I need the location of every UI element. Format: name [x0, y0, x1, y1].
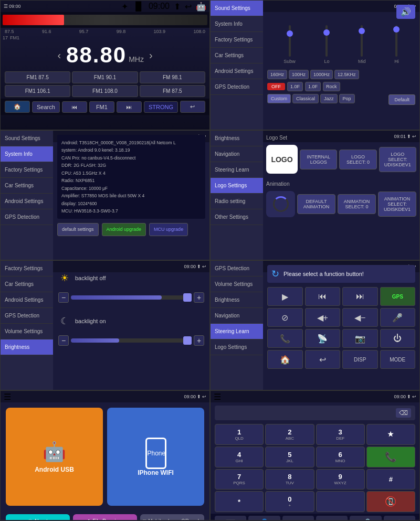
dial-9[interactable]: 9 WXYZ: [316, 469, 365, 490]
dial-3[interactable]: 3 DEF: [316, 424, 365, 445]
dial-nav-settings[interactable]: ⚙: [384, 516, 415, 520]
steer-play[interactable]: ▶: [267, 287, 303, 306]
default-animation-btn[interactable]: DEFAULT ANIMATION: [297, 194, 335, 214]
freq-160hz[interactable]: 160Hz: [267, 70, 287, 79]
gain-1f[interactable]: 1.0F: [287, 82, 303, 91]
st-gps[interactable]: GPS Detection: [211, 261, 263, 277]
bright-on-minus[interactable]: −: [58, 335, 69, 346]
gain-rock[interactable]: Rock: [323, 82, 340, 91]
si-factory[interactable]: Factory Settings: [1, 162, 53, 178]
si-sysinfo[interactable]: System Info: [1, 146, 53, 162]
st-bright[interactable]: Brightness: [211, 292, 263, 308]
eq-subw-track[interactable]: [289, 25, 291, 57]
dial-nav-back[interactable]: ↩: [282, 516, 314, 520]
home-btn[interactable]: 🏠: [5, 101, 30, 113]
anim-select-0[interactable]: ANIMATION SELECT: 0: [338, 194, 376, 214]
steer-cam[interactable]: 📷: [342, 329, 378, 348]
default-settings-btn[interactable]: default settings: [57, 223, 99, 236]
up-p7[interactable]: ⬆: [197, 394, 201, 399]
file-receiver-btn[interactable]: ⬆ File Receiver: [73, 514, 137, 520]
dial-4[interactable]: 4 GHI: [215, 446, 264, 467]
dial-5[interactable]: 5 JKL: [265, 446, 314, 467]
preset-1[interactable]: FM1 87.5: [5, 71, 70, 83]
gain-off[interactable]: OFF: [267, 83, 285, 90]
ls-nav[interactable]: Navigation: [211, 146, 263, 162]
preset-5[interactable]: FM1 108.0: [72, 85, 138, 97]
dial-0[interactable]: 0 +: [265, 491, 314, 512]
dial-nav-link[interactable]: 🔗: [350, 516, 381, 520]
eq-lo-track[interactable]: [326, 25, 328, 57]
sidebar-sound[interactable]: Sound Settings: [211, 1, 263, 16]
dial-nav-keyboard[interactable]: ⌨: [215, 516, 246, 520]
dial-6[interactable]: 6 MNO: [316, 446, 365, 467]
default-btn[interactable]: Default: [388, 94, 415, 105]
bs-android[interactable]: Android Settings: [1, 292, 53, 308]
search-btn[interactable]: Search: [32, 101, 60, 113]
bright-off-minus[interactable]: −: [58, 292, 69, 303]
bs-car[interactable]: Car Settings: [1, 277, 53, 292]
mcu-upgrade-btn[interactable]: MCU upgrade: [149, 223, 188, 236]
steer-back[interactable]: ↩: [305, 350, 341, 369]
dial-7[interactable]: 7 PQRS: [215, 469, 264, 490]
android-usb-tile[interactable]: 🤖 Android USB: [6, 408, 103, 506]
bright-off-track[interactable]: [71, 295, 192, 300]
freq-1000hz[interactable]: 1000Hz: [310, 70, 333, 79]
dial-star[interactable]: ★: [366, 424, 415, 445]
sidebar-gps[interactable]: GPS Detection: [211, 79, 263, 95]
sidebar-android[interactable]: Android Settings: [211, 63, 263, 79]
preset-6[interactable]: FM 87.5: [140, 85, 205, 97]
steer-radio[interactable]: 📡: [305, 329, 341, 348]
ls-other[interactable]: Other Settings: [211, 209, 263, 225]
steer-mode[interactable]: MODE: [380, 350, 416, 369]
sidebar-car[interactable]: Car Settings: [211, 48, 263, 63]
android-upgrade-btn[interactable]: Android upgrade: [102, 223, 146, 236]
freq-100hz[interactable]: 100Hz: [289, 70, 309, 79]
si-car[interactable]: Car Settings: [1, 178, 53, 194]
steer-power[interactable]: ⏻: [380, 329, 416, 348]
steer-gps[interactable]: GPS: [380, 287, 416, 306]
dial-2[interactable]: 2 ABC: [265, 424, 314, 445]
end-call-btn[interactable]: 📵: [366, 491, 415, 512]
dial-1[interactable]: 1 QLD: [215, 424, 264, 445]
back-p8[interactable]: ↩: [412, 394, 416, 399]
preset-jazz[interactable]: Jazz: [320, 94, 338, 103]
steer-call[interactable]: 📞: [267, 329, 303, 348]
internal-logos-btn[interactable]: INTERNAL LOGOS: [300, 150, 337, 169]
eq-mid-track[interactable]: [361, 25, 363, 57]
call-btn[interactable]: 📞: [366, 446, 415, 467]
st-logo[interactable]: Logo Settings: [211, 339, 263, 355]
return-icon[interactable]: ↩: [185, 2, 192, 12]
steer-vol-down[interactable]: ◀−: [342, 308, 378, 327]
freq-up-btn[interactable]: ›: [144, 49, 158, 61]
logo-select-0[interactable]: LOGO SELECT: 0: [339, 150, 376, 169]
bright-off-plus[interactable]: +: [194, 292, 204, 303]
steer-vol-up[interactable]: ◀+: [305, 308, 341, 327]
ls-logo[interactable]: Logo Settings: [211, 178, 263, 194]
st-vol[interactable]: Volume Settings: [211, 277, 263, 292]
qr-code-btn[interactable]: ⊞ Mobile phone QR code: [140, 514, 204, 520]
logo-select-udisk[interactable]: LOGO SELECT: UDISKDEV1: [379, 147, 416, 172]
steer-mute[interactable]: ⊘: [267, 308, 303, 327]
sidebar-factory[interactable]: Factory Settings: [211, 32, 263, 48]
steer-next[interactable]: ⏭: [342, 287, 378, 306]
steer-disp[interactable]: DISP: [342, 350, 378, 369]
preset-classical[interactable]: Classical: [292, 94, 319, 103]
freq-down-btn[interactable]: ‹: [52, 49, 66, 61]
gain-1f2[interactable]: 1.0F: [305, 82, 321, 91]
bs-bright[interactable]: Brightness: [1, 339, 53, 355]
iphone-wifi-tile[interactable]: iPhone IPhone WIFI: [107, 408, 204, 506]
si-android[interactable]: Android Settings: [1, 194, 53, 209]
ls-bright[interactable]: Brightness: [211, 131, 263, 146]
up-p8[interactable]: ⬆: [407, 394, 411, 399]
fm-source-btn[interactable]: FM1: [89, 101, 114, 113]
si-sound[interactable]: Sound Settings: [1, 131, 53, 146]
about-btn[interactable]: ① About: [6, 514, 70, 520]
bs-gps[interactable]: GPS Detection: [1, 308, 53, 324]
st-steer[interactable]: Steering Learn: [211, 324, 263, 339]
backspace-btn[interactable]: ⌫: [396, 408, 411, 418]
bs-volume[interactable]: Volume Settings: [1, 324, 53, 339]
eq-hi-track[interactable]: [395, 25, 397, 57]
si-gps[interactable]: GPS Detection: [1, 209, 53, 225]
ls-steer[interactable]: Steering Learn: [211, 162, 263, 178]
prev-btn[interactable]: ⏮: [62, 101, 87, 113]
